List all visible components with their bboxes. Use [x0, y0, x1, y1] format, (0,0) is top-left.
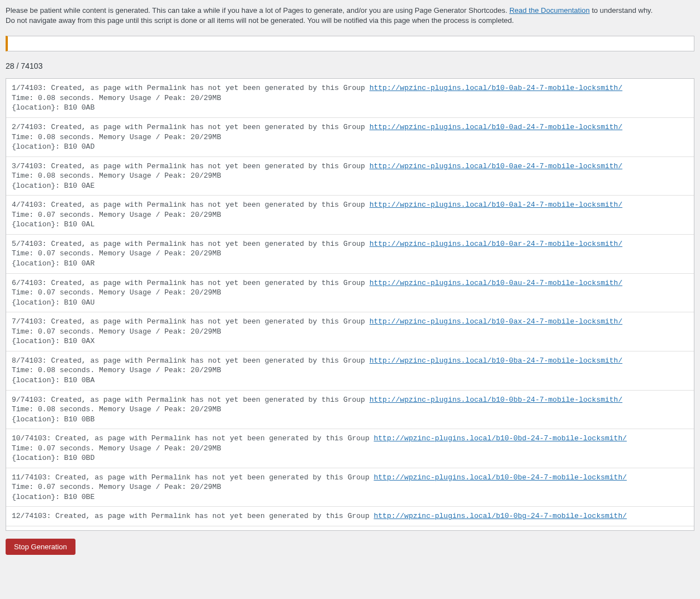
log-location: {location}: B10 0AD: [12, 142, 94, 151]
log-entry: 11/74103: Created, as page with Permalin…: [6, 468, 694, 507]
footer: Stop Generation: [6, 539, 694, 555]
log-time: Time: 0.07 seconds. Memory Usage / Peak:…: [12, 327, 221, 336]
log-prefix: 1/74103: Created, as page with Permalink…: [12, 84, 370, 92]
log-prefix: 10/74103: Created, as page with Permalin…: [12, 434, 374, 443]
log-time: Time: 0.07 seconds. Memory Usage / Peak:…: [12, 444, 221, 453]
stop-generation-button[interactable]: Stop Generation: [6, 539, 75, 555]
log-prefix: 9/74103: Created, as page with Permalink…: [12, 396, 370, 404]
log-location: {location}: B10 0AU: [12, 298, 94, 307]
log-prefix: 5/74103: Created, as page with Permalink…: [12, 240, 370, 248]
log-entry: 5/74103: Created, as page with Permalink…: [6, 235, 694, 274]
intro-line2: Do not navigate away from this page unti…: [6, 16, 514, 25]
log-location: {location}: B10 0BA: [12, 376, 94, 384]
log-prefix: 11/74103: Created, as page with Permalin…: [12, 473, 374, 482]
log-permalink[interactable]: http://wpzinc-plugins.local/b10-0ar-24-7…: [370, 240, 622, 248]
log-permalink[interactable]: http://wpzinc-plugins.local/b10-0au-24-7…: [370, 279, 622, 287]
log-time: Time: 0.07 seconds. Memory Usage / Peak:…: [12, 249, 221, 258]
log-entry: 7/74103: Created, as page with Permalink…: [6, 312, 694, 351]
log-entry: 3/74103: Created, as page with Permalink…: [6, 157, 694, 196]
log-permalink[interactable]: http://wpzinc-plugins.local/b10-0ad-24-7…: [370, 123, 622, 131]
log-entry: 4/74103: Created, as page with Permalink…: [6, 196, 694, 235]
log-time: Time: 0.07 seconds. Memory Usage / Peak:…: [12, 288, 221, 297]
log-prefix: 4/74103: Created, as page with Permalink…: [12, 201, 370, 209]
intro-text: Please be patient while content is gener…: [6, 6, 694, 26]
log-container[interactable]: 1/74103: Created, as page with Permalink…: [6, 78, 694, 531]
log-time: Time: 0.08 seconds. Memory Usage / Peak:…: [12, 94, 221, 102]
log-permalink[interactable]: http://wpzinc-plugins.local/b10-0al-24-7…: [370, 201, 622, 209]
log-location: {location}: B10 0AR: [12, 259, 94, 268]
log-location: {location}: B10 0AE: [12, 182, 94, 190]
progress-counter: 28 / 74103: [6, 61, 694, 70]
log-time: Time: 0.07 seconds. Memory Usage / Peak:…: [12, 483, 221, 491]
log-location: {location}: B10 0AB: [12, 103, 94, 112]
log-time: Time: 0.08 seconds. Memory Usage / Peak:…: [12, 366, 221, 374]
log-prefix: 12/74103: Created, as page with Permalin…: [12, 512, 374, 520]
log-permalink[interactable]: http://wpzinc-plugins.local/b10-0bg-24-7…: [374, 512, 627, 520]
log-permalink[interactable]: http://wpzinc-plugins.local/b10-0be-24-7…: [374, 473, 627, 482]
log-entry: 10/74103: Created, as page with Permalin…: [6, 429, 694, 468]
log-time: Time: 0.08 seconds. Memory Usage / Peak:…: [12, 405, 221, 413]
log-prefix: 2/74103: Created, as page with Permalink…: [12, 123, 370, 131]
read-docs-link[interactable]: Read the Documentation: [509, 6, 590, 15]
intro-line1-post: to understand why.: [590, 6, 653, 15]
log-time: Time: 0.08 seconds. Memory Usage / Peak:…: [12, 172, 221, 180]
log-entry: 1/74103: Created, as page with Permalink…: [6, 79, 694, 118]
notice-box: [6, 36, 694, 51]
log-permalink[interactable]: http://wpzinc-plugins.local/b10-0bb-24-7…: [370, 396, 622, 404]
log-entry: 8/74103: Created, as page with Permalink…: [6, 351, 694, 391]
log-prefix: 8/74103: Created, as page with Permalink…: [12, 356, 370, 365]
log-permalink[interactable]: http://wpzinc-plugins.local/b10-0ae-24-7…: [370, 162, 622, 170]
log-location: {location}: B10 0AX: [12, 337, 94, 345]
log-entry: 9/74103: Created, as page with Permalink…: [6, 391, 694, 430]
log-permalink[interactable]: http://wpzinc-plugins.local/b10-0bd-24-7…: [374, 434, 627, 443]
log-time: Time: 0.07 seconds. Memory Usage / Peak:…: [12, 211, 221, 219]
log-location: {location}: B10 0AL: [12, 220, 94, 229]
log-permalink[interactable]: http://wpzinc-plugins.local/b10-0ba-24-7…: [370, 356, 622, 365]
log-entry: 2/74103: Created, as page with Permalink…: [6, 118, 694, 157]
log-prefix: 3/74103: Created, as page with Permalink…: [12, 162, 370, 170]
log-location: {location}: B10 0BE: [12, 493, 94, 501]
log-entry: 6/74103: Created, as page with Permalink…: [6, 274, 694, 313]
intro-line1-pre: Please be patient while content is gener…: [6, 6, 509, 15]
log-location: {location}: B10 0BD: [12, 454, 94, 462]
log-location: {location}: B10 0BB: [12, 415, 94, 424]
log-time: Time: 0.08 seconds. Memory Usage / Peak:…: [12, 133, 221, 141]
log-entry: 12/74103: Created, as page with Permalin…: [6, 507, 694, 526]
log-permalink[interactable]: http://wpzinc-plugins.local/b10-0ab-24-7…: [370, 84, 622, 92]
log-prefix: 7/74103: Created, as page with Permalink…: [12, 317, 370, 326]
log-prefix: 6/74103: Created, as page with Permalink…: [12, 279, 370, 287]
log-permalink[interactable]: http://wpzinc-plugins.local/b10-0ax-24-7…: [370, 317, 622, 326]
